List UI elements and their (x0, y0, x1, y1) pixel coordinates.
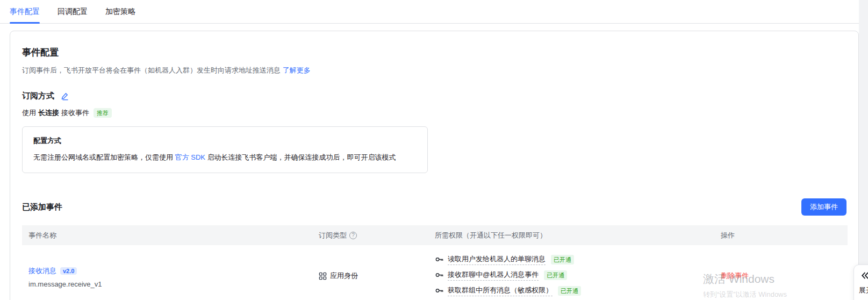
event-name-cell: 接收消息 v2.0 im.message.receive_v1 (22, 245, 312, 300)
added-events-header: 已添加事件 添加事件 (22, 198, 847, 216)
delete-event-button[interactable]: 删除事件 (721, 271, 848, 281)
official-sdk-link[interactable]: 官方 SDK (175, 153, 205, 161)
table-row: 接收消息 v2.0 im.message.receive_v1 (22, 245, 848, 300)
subscription-usage-line: 使用 长连接 接收事件 推荐 (22, 108, 847, 118)
key-icon (435, 255, 444, 264)
permission-item: 获取群组中所有消息（敏感权限） 已开通 (435, 283, 714, 298)
permission-status-badge: 已开通 (558, 286, 581, 296)
recommended-badge: 推荐 (94, 108, 112, 118)
permission-item: 读取用户发给机器人的单聊消息 已开通 (435, 252, 714, 267)
tab-callback-config[interactable]: 回调配置 (58, 0, 88, 24)
app-grid-icon (319, 272, 327, 280)
event-config-card: 事件配置 订阅事件后，飞书开放平台将会在事件（如机器人入群）发生时向请求地址推送… (10, 31, 859, 300)
usage-mode: 长连接 (38, 108, 59, 118)
column-header-actions: 操作 (714, 231, 848, 240)
version-badge: v2.0 (60, 267, 77, 275)
events-table: 事件名称 订阅类型 ? 所需权限（开通以下任一权限即可） 操作 接收消息 v2.… (22, 225, 848, 300)
question-circle-icon[interactable]: ? (349, 232, 357, 239)
double-chevron-left-icon (860, 270, 868, 281)
column-header-event-name: 事件名称 (22, 231, 312, 240)
actions-cell: 删除事件 (714, 245, 848, 300)
column-header-subscription-type: 订阅类型 ? (312, 231, 428, 240)
usage-prefix: 使用 (22, 108, 36, 118)
config-method-box: 配置方式 无需注册公网域名或配置加密策略，仅需使用 官方 SDK 启动长连接飞书… (22, 126, 428, 173)
config-method-description: 无需注册公网域名或配置加密策略，仅需使用 官方 SDK 启动长连接飞书客户端，并… (33, 153, 417, 162)
permission-status-badge: 已开通 (544, 270, 567, 280)
usage-suffix: 接收事件 (61, 108, 89, 118)
permission-label[interactable]: 获取群组中所有消息（敏感权限） (448, 285, 553, 296)
event-id: im.message.receive_v1 (28, 280, 312, 288)
permissions-cell: 读取用户发给机器人的单聊消息 已开通 接收群聊中@机器人消息事件 已开通 (428, 245, 714, 300)
pencil-edit-icon[interactable] (61, 92, 69, 101)
config-method-title: 配置方式 (33, 136, 417, 146)
page-description: 订阅事件后，飞书开放平台将会在事件（如机器人入群）发生时向请求地址推送消息 了解… (22, 66, 847, 75)
permission-status-badge: 已开通 (551, 255, 574, 265)
subscription-type-value: 应用身份 (330, 271, 358, 281)
subscription-method-heading: 订阅方式 (22, 91, 847, 101)
key-icon (435, 270, 444, 280)
table-header-row: 事件名称 订阅类型 ? 所需权限（开通以下任一权限即可） 操作 (22, 225, 848, 245)
key-icon (435, 286, 444, 295)
page-title: 事件配置 (22, 46, 847, 59)
config-line-suffix: 启动长连接飞书客户端，并确保连接成功后，即可开启该模式 (207, 153, 396, 161)
scrollbar-gutter (859, 0, 868, 300)
side-panel-expand-handle[interactable]: 展开 (853, 265, 868, 300)
tab-event-config[interactable]: 事件配置 (10, 0, 40, 24)
permission-label[interactable]: 读取用户发给机器人的单聊消息 (448, 254, 546, 265)
subscription-type-cell: 应用身份 (312, 245, 428, 300)
expand-label: 展开 (859, 285, 868, 295)
tab-encryption-policy[interactable]: 加密策略 (105, 0, 135, 24)
page-description-text: 订阅事件后，飞书开放平台将会在事件（如机器人入群）发生时向请求地址推送消息 (22, 66, 281, 74)
config-line-prefix: 无需注册公网域名或配置加密策略，仅需使用 (33, 153, 173, 161)
column-header-subscription-type-label: 订阅类型 (319, 231, 347, 240)
tab-bar: 事件配置 回调配置 加密策略 (0, 0, 868, 24)
add-event-button[interactable]: 添加事件 (801, 198, 847, 216)
subscription-method-title: 订阅方式 (22, 91, 54, 101)
column-header-permissions: 所需权限（开通以下任一权限即可） (428, 231, 714, 240)
permission-item: 接收群聊中@机器人消息事件 已开通 (435, 267, 714, 283)
permission-label[interactable]: 接收群聊中@机器人消息事件 (448, 270, 539, 281)
event-name-link[interactable]: 接收消息 (28, 266, 56, 276)
learn-more-link[interactable]: 了解更多 (283, 66, 311, 74)
added-events-title: 已添加事件 (22, 202, 62, 212)
